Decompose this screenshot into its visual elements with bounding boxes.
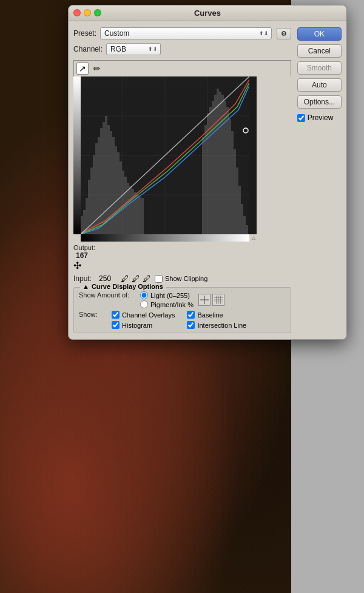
curve-inner xyxy=(73,76,291,234)
input-label: Input: xyxy=(73,274,92,283)
preset-select[interactable]: Custom ⬆⬇ xyxy=(100,27,272,39)
baseline-row: Baseline xyxy=(187,311,246,319)
gear-button[interactable]: ⚙ xyxy=(277,28,291,39)
preview-label: Preview xyxy=(308,114,334,122)
curve-toolbar: ↗ ✏ xyxy=(73,60,291,76)
baseline-checkbox[interactable] xyxy=(187,311,195,319)
channel-overlays-row: Channel Overlays xyxy=(112,311,175,319)
histogram-row: Histogram xyxy=(112,321,175,329)
intersection-checkbox[interactable] xyxy=(187,321,195,329)
drag-point-icon: ✣ xyxy=(73,260,81,271)
auto-button[interactable]: Auto xyxy=(297,78,342,92)
preset-row: Preset: Custom ⬆⬇ ⚙ xyxy=(73,27,291,39)
curves-dialog: Curves Preset: Custom ⬆⬇ ⚙ Channel: xyxy=(68,5,347,340)
intersection-row: Intersection Line xyxy=(187,321,246,329)
svg-rect-38 xyxy=(214,95,217,234)
show-clipping-checkbox[interactable] xyxy=(155,275,163,283)
svg-rect-16 xyxy=(103,122,105,234)
section-title: ▲ Curve Display Options xyxy=(80,283,166,290)
input-row: Input: 250 🖊 🖊 🖊 Show Clipping xyxy=(73,274,291,283)
channel-overlays-label: Channel Overlays xyxy=(122,311,175,319)
svg-rect-15 xyxy=(100,128,103,234)
show-amount-row: Show Amount of: Light (0–255) Pigment/In… xyxy=(79,291,286,308)
pigment-radio[interactable] xyxy=(140,300,148,308)
smooth-button[interactable]: Smooth xyxy=(297,61,342,75)
section-collapse-icon[interactable]: ▲ xyxy=(83,283,89,290)
preset-label: Preset: xyxy=(73,29,96,38)
svg-rect-36 xyxy=(209,107,212,234)
svg-rect-29 xyxy=(134,192,136,234)
curve-container: ↗ ✏ xyxy=(73,60,291,242)
dialog-buttons: OK Cancel Smooth Auto Options... Preview xyxy=(291,27,342,333)
show-label: Show: xyxy=(79,311,103,318)
svg-rect-51 xyxy=(246,225,248,234)
svg-rect-45 xyxy=(231,131,234,234)
preset-arrow-icon: ⬆⬇ xyxy=(259,30,269,36)
drag-handle-icon: △ xyxy=(252,234,255,242)
channel-row: Channel: RGB ⬆⬇ xyxy=(73,43,291,55)
minimize-button[interactable] xyxy=(84,9,91,16)
svg-rect-22 xyxy=(117,152,120,234)
output-section: Output: 167 xyxy=(73,244,95,260)
curve-canvas[interactable] xyxy=(81,76,257,234)
white-eyedropper-icon[interactable]: 🖊 xyxy=(143,274,151,283)
channel-overlays-checkbox[interactable] xyxy=(112,311,120,319)
svg-rect-30 xyxy=(136,195,139,234)
svg-rect-48 xyxy=(238,186,241,234)
channel-select[interactable]: RGB ⬆⬇ xyxy=(106,43,161,55)
curve-display-options-section: ▲ Curve Display Options Show Amount of: … xyxy=(73,287,291,333)
gray-eyedropper-icon[interactable]: 🖊 xyxy=(132,274,140,283)
svg-rect-39 xyxy=(217,89,219,234)
svg-rect-17 xyxy=(105,116,107,234)
preview-checkbox[interactable] xyxy=(297,114,305,122)
svg-rect-47 xyxy=(236,168,238,234)
show-amount-label: Show Amount of: xyxy=(79,291,136,299)
svg-rect-46 xyxy=(234,149,236,234)
output-value: 167 xyxy=(76,251,95,260)
cancel-button[interactable]: Cancel xyxy=(297,44,342,58)
svg-rect-34 xyxy=(204,125,207,234)
dialog-body: Preset: Custom ⬆⬇ ⚙ Channel: RGB ⬆⬇ xyxy=(69,21,346,339)
horizontal-gradient xyxy=(81,234,249,242)
gradient-bottom-row: △ xyxy=(81,234,291,242)
close-button[interactable] xyxy=(73,9,81,16)
show-clipping-label: Show Clipping xyxy=(165,275,207,282)
right-checkbox-col: Baseline Intersection Line xyxy=(187,311,246,329)
simple-grid-icon[interactable] xyxy=(198,294,211,306)
curve-tool-button[interactable]: ↗ xyxy=(76,63,89,75)
svg-rect-32 xyxy=(141,198,144,234)
light-label: Light (0–255) xyxy=(150,292,190,299)
light-pigment-group: Light (0–255) Pigment/Ink % xyxy=(140,291,194,308)
ok-button[interactable]: OK xyxy=(297,27,342,41)
title-bar: Curves xyxy=(69,5,346,21)
show-checkboxes-row: Show: Channel Overlays Histogram xyxy=(79,311,286,329)
pigment-radio-row: Pigment/Ink % xyxy=(140,300,194,308)
svg-rect-44 xyxy=(229,119,231,234)
maximize-button[interactable] xyxy=(94,9,101,16)
detailed-grid-icon[interactable] xyxy=(212,294,224,306)
pigment-label: Pigment/Ink % xyxy=(150,301,194,308)
baseline-label: Baseline xyxy=(197,311,223,319)
traffic-lights xyxy=(73,9,101,16)
svg-rect-27 xyxy=(129,186,132,234)
svg-rect-33 xyxy=(202,137,204,234)
histogram-checkbox[interactable] xyxy=(112,321,120,329)
curve-svg xyxy=(81,76,249,234)
options-button[interactable]: Options... xyxy=(297,95,342,109)
black-eyedropper-icon[interactable]: 🖊 xyxy=(121,274,129,283)
light-radio[interactable] xyxy=(140,291,148,299)
output-input-section: Output: 167 xyxy=(73,244,291,260)
svg-rect-31 xyxy=(139,197,141,234)
dialog-main: Preset: Custom ⬆⬇ ⚙ Channel: RGB ⬆⬇ xyxy=(73,27,291,333)
svg-rect-49 xyxy=(241,204,243,234)
pencil-tool-button[interactable]: ✏ xyxy=(91,63,103,75)
svg-rect-37 xyxy=(212,101,214,234)
histogram-label: Histogram xyxy=(122,322,152,329)
drag-icon-row: ✣ xyxy=(73,260,291,271)
svg-rect-20 xyxy=(112,137,115,234)
gear-icon: ⚙ xyxy=(281,30,287,37)
svg-rect-40 xyxy=(219,92,221,234)
svg-rect-43 xyxy=(226,107,229,234)
grid-icons xyxy=(198,294,224,306)
channel-arrow-icon: ⬆⬇ xyxy=(148,46,158,52)
